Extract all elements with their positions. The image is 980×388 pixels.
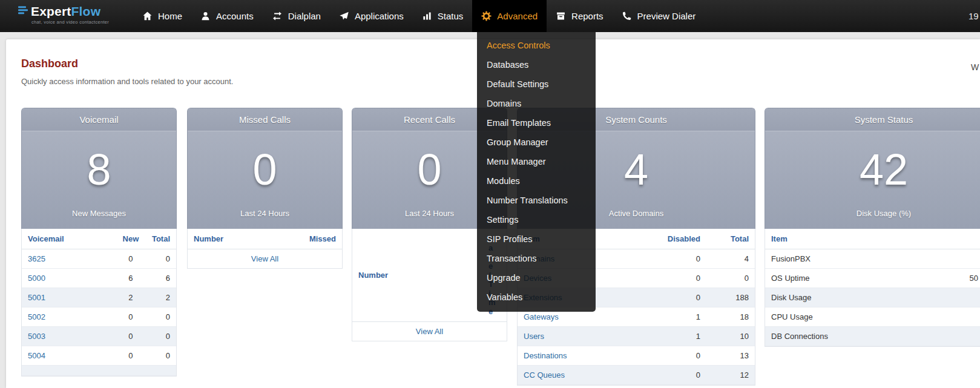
dropdown-item-variables[interactable]: Variables (477, 288, 596, 307)
table-cell: 5003 (22, 327, 116, 346)
table-cell (22, 366, 116, 376)
table-row: OS Uptime50 (765, 269, 980, 288)
dropdown-item-group-manager[interactable]: Group Manager (477, 133, 596, 152)
nav-item-label: Preview Dialer (637, 11, 696, 21)
column-header: Number (188, 229, 303, 249)
gear-icon (481, 11, 492, 21)
nav-item-status[interactable]: Status (413, 0, 473, 32)
table-cell: 5004 (22, 346, 116, 366)
table-cell: 188 (706, 288, 755, 307)
table-cell-text: 6 (166, 274, 170, 283)
view-all-link[interactable]: View All (251, 254, 278, 263)
table-link[interactable]: 3625 (28, 254, 45, 263)
nav-item-label: Reports (571, 11, 603, 21)
dropdown-item-transactions[interactable]: Transactions (477, 249, 596, 268)
nav-item-label: Advanced (497, 11, 538, 21)
dropdown-item-domains[interactable]: Domains (477, 94, 596, 113)
table-cell: 0 (620, 288, 706, 307)
nav-item-dialplan[interactable]: Dialplan (263, 0, 330, 32)
dropdown-item-sip-profiles[interactable]: SIP Profiles (477, 229, 596, 249)
table-link[interactable]: CC Queues (524, 370, 565, 380)
dropdown-item-default-settings[interactable]: Default Settings (477, 74, 596, 94)
nav-item-home[interactable]: Home (133, 0, 191, 32)
table-cell-text: 12 (740, 370, 749, 380)
table-cell: 5000 (22, 269, 116, 288)
table-link[interactable]: 5001 (28, 293, 45, 302)
column-header: Item (765, 229, 964, 249)
card-value-label: New Messages (22, 209, 176, 218)
table-cell: 2 (116, 288, 146, 307)
view-all-link[interactable]: View All (416, 327, 443, 336)
dropdown-item-modules[interactable]: Modules (477, 171, 596, 191)
table-cell: 6 (116, 269, 146, 288)
table-cell-text: 2 (166, 293, 170, 302)
table-row: 500122 (22, 288, 176, 307)
card-title: System Status (765, 108, 980, 131)
table-cell: 10 (706, 327, 755, 346)
table-row: 500400 (22, 346, 176, 366)
table-cell: CPU Usage (765, 307, 964, 327)
table-cell: View All (352, 322, 507, 341)
nav-item-preview-dialer[interactable]: Preview Dialer (613, 0, 705, 32)
table-row: 500066 (22, 269, 176, 288)
table-header-row: NumberMissed (188, 229, 342, 249)
card-value-label: Last 24 Hours (188, 209, 342, 218)
table-link[interactable]: 5002 (28, 312, 45, 321)
table-cell-text: OS Uptime (771, 274, 810, 283)
column-header: Total (706, 229, 755, 249)
home-icon (142, 11, 153, 21)
table-cell: 0 (620, 366, 706, 385)
advanced-dropdown: Access ControlsDatabasesDefault Settings… (477, 32, 596, 312)
table-link[interactable]: 5003 (28, 332, 45, 341)
column-header: Missed (303, 229, 342, 249)
table-cell: OS Uptime (765, 269, 964, 288)
card-value: 0 (188, 131, 342, 208)
table-link[interactable]: 5004 (28, 351, 45, 360)
table-row: 500300 (22, 327, 176, 346)
dropdown-item-email-templates[interactable]: Email Templates (477, 113, 596, 133)
dropdown-item-upgrade[interactable]: Upgrade (477, 268, 596, 288)
table-cell-text: 2 (128, 293, 133, 302)
column-header (964, 229, 980, 249)
dropdown-item-settings[interactable]: Settings (477, 210, 596, 229)
table-row: Disk Usage (765, 288, 980, 307)
dropdown-item-menu-manager[interactable]: Menu Manager (477, 152, 596, 171)
nav-item-reports[interactable]: Reports (547, 0, 613, 32)
table-link[interactable]: Users (524, 332, 544, 341)
table-cell: 0 (116, 346, 146, 366)
card-value: 8 (22, 131, 176, 208)
table-row: DB Connections (765, 327, 980, 346)
table-row: View All (188, 249, 342, 269)
brand-logo[interactable]: ExpertFlow chat, voice and video contact… (17, 4, 109, 25)
table-link[interactable]: Destinations (524, 351, 567, 360)
table-row: View All (352, 322, 507, 341)
bar-chart-icon (422, 11, 432, 21)
table-cell: DB Connections (765, 327, 964, 346)
paper-plane-icon (339, 11, 349, 21)
card-table: ItemFusionPBXOS Uptime50Disk UsageCPU Us… (765, 229, 980, 347)
nav-item-accounts[interactable]: Accounts (191, 0, 263, 32)
card-summary: Voicemail8New Messages (21, 108, 177, 229)
column-header: Number (352, 229, 482, 322)
table-link[interactable]: 5000 (28, 274, 45, 283)
nav-item-applications[interactable]: Applications (330, 0, 413, 32)
table-cell: 6 (146, 269, 176, 288)
table-cell: 12 (706, 366, 755, 385)
table-cell: 4 (706, 249, 755, 269)
table-cell: FusionPBX (765, 249, 964, 269)
table-link[interactable]: Gateways (524, 312, 559, 321)
dropdown-item-access-controls[interactable]: Access Controls (477, 36, 596, 55)
dropdown-item-databases[interactable]: Databases (477, 55, 596, 74)
table-cell: 5001 (22, 288, 116, 307)
nav-item-advanced[interactable]: Advanced (472, 0, 547, 32)
dropdown-item-number-translations[interactable]: Number Translations (477, 191, 596, 210)
table-cell (964, 307, 980, 327)
table-cell: 13 (706, 346, 755, 366)
table-cell-text: 0 (745, 274, 749, 283)
table-cell-text: 0 (128, 312, 133, 321)
table-cell: 0 (116, 307, 146, 327)
nav-item-label: Status (438, 11, 464, 21)
card-voicemail: Voicemail8New MessagesVoicemailNewTotal3… (21, 108, 177, 376)
column-header: Voicemail (22, 229, 116, 249)
table-cell-text: 1 (696, 332, 700, 341)
